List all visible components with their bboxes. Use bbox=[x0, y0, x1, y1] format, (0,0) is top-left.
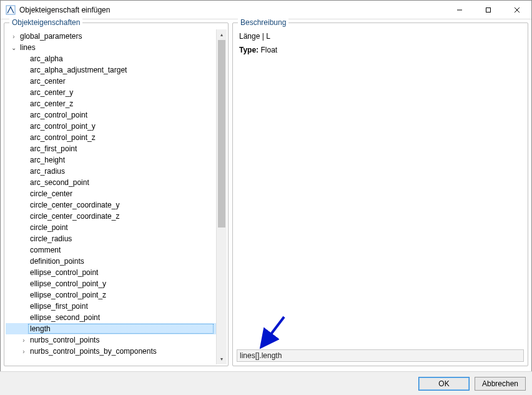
tree-item-label: circle_center_coordinate_y bbox=[28, 201, 121, 209]
app-icon bbox=[6, 5, 16, 15]
cancel-button[interactable]: Abbrechen bbox=[475, 377, 526, 391]
tree-item-label: arc_control_point_z bbox=[28, 133, 97, 142]
tree-item-label: ellipse_first_point bbox=[28, 302, 90, 311]
dialog-footer: OK Abbrechen bbox=[0, 371, 532, 395]
type-label: Type: bbox=[239, 46, 259, 54]
tree-leaf-circle_center[interactable]: circle_center bbox=[6, 188, 216, 199]
tree-scrollbar[interactable]: ▴ ▾ bbox=[216, 29, 227, 364]
close-button[interactable] bbox=[503, 1, 531, 19]
tree-node-nurbs_control_points[interactable]: ›nurbs_control_points bbox=[6, 334, 216, 346]
tree-leaf-circle_radius[interactable]: circle_radius bbox=[6, 233, 216, 244]
tree-leaf-arc_alpha_adjustment_target[interactable]: arc_alpha_adjustment_target bbox=[6, 64, 216, 76]
description-text: Länge | L bbox=[239, 32, 521, 41]
window-title: Objekteigenschaft einfügen bbox=[19, 6, 445, 14]
tree-item-label: arc_center_z bbox=[28, 99, 75, 108]
tree-leaf-ellipse_first_point[interactable]: ellipse_first_point bbox=[6, 301, 216, 312]
description-panel: Beschreibung Länge | L Type: Float bbox=[232, 22, 528, 366]
properties-panel-title: Objekteigenschaften bbox=[9, 18, 82, 27]
tree-item-label: circle_radius bbox=[28, 234, 74, 243]
minimize-button[interactable] bbox=[445, 1, 474, 19]
tree-item-label: nurbs_control_points_by_components bbox=[28, 347, 159, 356]
type-value: Float bbox=[260, 46, 277, 54]
tree-wrap: ›global_parameters⌄linesarc_alphaarc_alp… bbox=[6, 29, 227, 364]
scroll-up-button[interactable]: ▴ bbox=[217, 29, 227, 40]
tree-item-label: arc_control_point bbox=[28, 111, 89, 119]
tree-leaf-arc_first_point[interactable]: arc_first_point bbox=[6, 143, 216, 154]
description-panel-title: Beschreibung bbox=[238, 18, 288, 27]
tree-leaf-ellipse_control_point_z[interactable]: ellipse_control_point_z bbox=[6, 289, 216, 301]
tree-item-label: ellipse_second_point bbox=[28, 313, 102, 322]
tree-item-label: ellipse_control_point_y bbox=[28, 279, 108, 288]
tree-item-label: definition_points bbox=[28, 257, 86, 266]
tree-node-lines[interactable]: ⌄lines bbox=[6, 42, 216, 53]
tree-item-label: arc_alpha bbox=[28, 54, 65, 63]
content-area: Objekteigenschaften ›global_parameters⌄l… bbox=[0, 19, 532, 370]
tree-item-label: circle_center_coordinate_z bbox=[28, 212, 121, 221]
chevron-right-icon[interactable]: › bbox=[9, 33, 18, 40]
tree-leaf-comment[interactable]: comment bbox=[6, 244, 216, 256]
maximize-button[interactable] bbox=[474, 1, 503, 19]
tree-leaf-circle_point[interactable]: circle_point bbox=[6, 222, 216, 233]
tree-item-label: ellipse_control_point bbox=[28, 268, 100, 277]
tree-item-label: global_parameters bbox=[18, 32, 84, 41]
tree-leaf-arc_height[interactable]: arc_height bbox=[6, 154, 216, 166]
ok-button[interactable]: OK bbox=[418, 377, 470, 391]
tree-leaf-arc_center[interactable]: arc_center bbox=[6, 76, 216, 87]
property-tree[interactable]: ›global_parameters⌄linesarc_alphaarc_alp… bbox=[6, 29, 216, 364]
tree-item-label: comment bbox=[28, 246, 62, 254]
chevron-right-icon[interactable]: › bbox=[19, 337, 28, 344]
tree-item-label: length bbox=[28, 324, 214, 334]
tree-leaf-ellipse_control_point_y[interactable]: ellipse_control_point_y bbox=[6, 278, 216, 289]
tree-leaf-arc_center_y[interactable]: arc_center_y bbox=[6, 87, 216, 98]
path-field-container bbox=[237, 349, 524, 362]
tree-leaf-circle_center_coordinate_z[interactable]: circle_center_coordinate_z bbox=[6, 211, 216, 222]
titlebar: Objekteigenschaft einfügen bbox=[1, 1, 531, 19]
scroll-down-button[interactable]: ▾ bbox=[217, 354, 227, 364]
tree-leaf-arc_control_point_z[interactable]: arc_control_point_z bbox=[6, 132, 216, 143]
tree-leaf-definition_points[interactable]: definition_points bbox=[6, 256, 216, 267]
tree-item-label: circle_point bbox=[28, 223, 70, 232]
tree-leaf-ellipse_control_point[interactable]: ellipse_control_point bbox=[6, 267, 216, 278]
tree-item-label: arc_center_y bbox=[28, 88, 75, 97]
tree-leaf-ellipse_second_point[interactable]: ellipse_second_point bbox=[6, 312, 216, 323]
tree-leaf-circle_center_coordinate_y[interactable]: circle_center_coordinate_y bbox=[6, 199, 216, 211]
path-input[interactable] bbox=[237, 349, 524, 362]
tree-item-label: arc_control_point_y bbox=[28, 122, 97, 131]
properties-panel: Objekteigenschaften ›global_parameters⌄l… bbox=[4, 22, 229, 366]
tree-item-label: arc_alpha_adjustment_target bbox=[28, 66, 129, 74]
tree-leaf-arc_control_point[interactable]: arc_control_point bbox=[6, 109, 216, 121]
tree-item-label: arc_height bbox=[28, 156, 67, 164]
tree-leaf-arc_radius[interactable]: arc_radius bbox=[6, 166, 216, 177]
tree-node-nurbs_control_points_by_components[interactable]: ›nurbs_control_points_by_components bbox=[6, 346, 216, 357]
tree-item-label: circle_center bbox=[28, 189, 74, 198]
tree-leaf-arc_alpha[interactable]: arc_alpha bbox=[6, 53, 216, 64]
description-type: Type: Float bbox=[239, 46, 521, 54]
svg-rect-2 bbox=[486, 8, 491, 12]
tree-item-label: nurbs_control_points bbox=[28, 336, 101, 344]
tree-node-global_parameters[interactable]: ›global_parameters bbox=[6, 31, 216, 42]
chevron-down-icon[interactable]: ⌄ bbox=[9, 44, 18, 51]
tree-item-label: lines bbox=[18, 43, 37, 52]
tree-item-label: arc_center bbox=[28, 77, 67, 86]
chevron-right-icon[interactable]: › bbox=[19, 348, 28, 355]
tree-item-label: arc_radius bbox=[28, 167, 67, 176]
window-buttons bbox=[445, 1, 531, 19]
tree-leaf-arc_center_z[interactable]: arc_center_z bbox=[6, 98, 216, 109]
tree-leaf-arc_second_point[interactable]: arc_second_point bbox=[6, 177, 216, 188]
description-body: Länge | L Type: Float bbox=[233, 23, 528, 349]
tree-item-label: ellipse_control_point_z bbox=[28, 291, 108, 299]
scroll-thumb[interactable] bbox=[218, 40, 225, 228]
tree-item-label: arc_first_point bbox=[28, 144, 79, 153]
tree-leaf-arc_control_point_y[interactable]: arc_control_point_y bbox=[6, 121, 216, 132]
tree-leaf-length[interactable]: length bbox=[6, 323, 216, 334]
tree-item-label: arc_second_point bbox=[28, 178, 91, 187]
